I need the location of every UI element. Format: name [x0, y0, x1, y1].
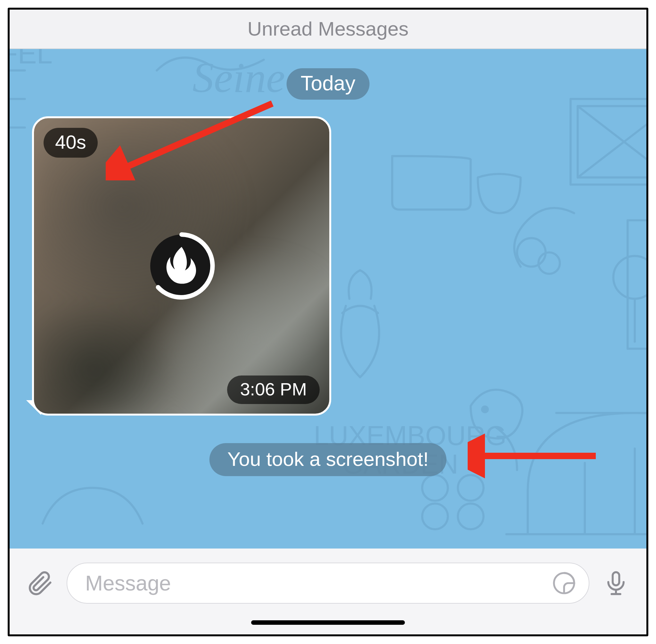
message-input-container[interactable]: [67, 562, 589, 604]
annotation-arrow-2: [468, 434, 602, 478]
message-input[interactable]: [85, 571, 544, 595]
microphone-button[interactable]: [602, 569, 630, 598]
unread-header: Unread Messages: [9, 9, 647, 49]
svg-rect-20: [613, 572, 619, 585]
message-timestamp: 3:06 PM: [227, 375, 320, 404]
disappearing-photo-message[interactable]: 40s 3:06 PM: [32, 116, 331, 416]
app-frame: Unread Messages IFFEL Seine: [0, 0, 656, 644]
date-separator: Today: [287, 68, 370, 100]
sticker-button[interactable]: [550, 569, 578, 597]
home-indicator-area: [9, 617, 647, 635]
microphone-icon: [603, 570, 629, 596]
header-title: Unread Messages: [247, 18, 408, 40]
self-destruct-timer-badge: 40s: [44, 128, 98, 158]
attach-button[interactable]: [26, 569, 54, 598]
app-panel: Unread Messages IFFEL Seine: [8, 8, 648, 636]
service-text: You took a screenshot!: [228, 448, 428, 470]
screenshot-notice: You took a screenshot!: [210, 443, 446, 476]
date-label: Today: [301, 72, 355, 95]
message-composer: [9, 549, 647, 617]
home-indicator[interactable]: [251, 620, 405, 625]
chat-content: Today 40s 3:0: [9, 49, 647, 549]
chat-area[interactable]: IFFEL Seine LUXEMBOURG: [9, 49, 647, 549]
sticker-icon: [552, 571, 576, 595]
timestamp-text: 3:06 PM: [240, 379, 307, 399]
timer-text: 40s: [55, 131, 86, 153]
flame-icon: [148, 232, 215, 300]
paperclip-icon: [26, 569, 54, 597]
